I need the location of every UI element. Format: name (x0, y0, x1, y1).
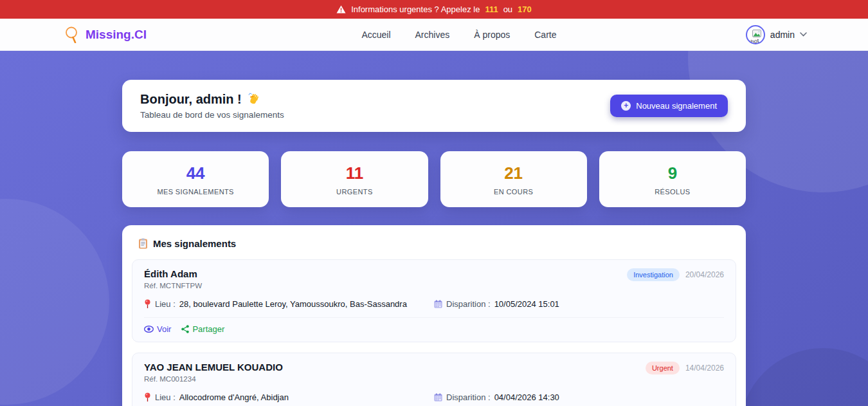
eye-icon (144, 326, 154, 333)
disappearance-value: 04/04/2026 14:30 (494, 392, 559, 402)
stat-value: 44 (186, 163, 205, 183)
status-badge: Urgent (646, 362, 680, 374)
report-ref: Réf. MC001234 (144, 375, 283, 383)
user-menu[interactable]: Phot admin (746, 25, 807, 44)
stat-label: URGENTS (336, 188, 373, 196)
report-card: YAO JEAN LEMUEL KOUADIO Réf. MC001234 Ur… (132, 353, 736, 406)
location-value: Allocodrome d'Angré, Abidjan (179, 392, 289, 402)
decorative-circle (0, 199, 109, 405)
banner-phone-2: 170 (518, 5, 532, 14)
waving-hand-icon (247, 93, 260, 106)
stat-card-urgents[interactable]: 11 URGENTS (281, 151, 428, 207)
main-header: Missing.CI Accueil Archives À propos Car… (0, 19, 868, 51)
location-detail: Lieu : 28, boulevard Paulette Leroy, Yam… (144, 299, 434, 309)
report-date: 14/04/2026 (685, 364, 724, 373)
location-label: Lieu : (155, 392, 176, 402)
report-date: 20/04/2026 (685, 270, 724, 279)
stat-card-mes-signalements[interactable]: 44 MES SIGNALEMENTS (122, 151, 269, 207)
welcome-title: Bonjour, admin ! (140, 92, 242, 107)
new-report-button[interactable]: + Nouveau signalement (610, 95, 728, 117)
broken-image-icon (752, 30, 761, 37)
location-value: 28, boulevard Paulette Leroy, Yamoussouk… (179, 299, 407, 309)
stats-row: 44 MES SIGNALEMENTS 11 URGENTS 21 EN COU… (122, 151, 746, 207)
disappearance-label: Disparition : (446, 299, 491, 309)
nav-accueil[interactable]: Accueil (361, 30, 390, 40)
chevron-down-icon (800, 32, 807, 37)
new-report-label: Nouveau signalement (636, 101, 717, 111)
disappearance-value: 10/05/2024 15:01 (494, 299, 559, 309)
stat-label: MES SIGNALEMENTS (157, 188, 233, 196)
disappearance-label: Disparition : (446, 392, 491, 402)
clipboard-icon (138, 238, 148, 249)
status-badge: Investigation (627, 268, 680, 281)
disappearance-detail: Disparition : 04/04/2026 14:30 (434, 392, 724, 402)
banner-text: Informations urgentes ? Appelez le (351, 5, 480, 14)
report-ref: Réf. MCTNFTPW (144, 282, 202, 290)
nav-carte[interactable]: Carte (534, 30, 556, 40)
welcome-subtitle: Tableau de bord de vos signalements (140, 110, 284, 120)
share-icon (181, 325, 189, 333)
view-link[interactable]: Voir (144, 324, 171, 334)
map-pin-icon (144, 299, 151, 309)
decorative-circle (739, 348, 868, 406)
warning-icon (336, 5, 346, 14)
stat-value: 21 (504, 163, 523, 183)
view-label: Voir (157, 324, 171, 334)
banner-conjunction: ou (503, 5, 512, 14)
stat-card-resolus[interactable]: 9 RÉSOLUS (599, 151, 746, 207)
brand-logo[interactable]: Missing.CI (64, 26, 147, 43)
banner-phone-1: 111 (485, 5, 498, 14)
location-label: Lieu : (155, 299, 176, 309)
main-nav: Accueil Archives À propos Carte (361, 30, 556, 40)
urgent-info-banner: Informations urgentes ? Appelez le 111 o… (0, 0, 868, 19)
stat-label: EN COURS (494, 188, 533, 196)
magnifier-logo-icon (64, 26, 80, 43)
location-detail: Lieu : Allocodrome d'Angré, Abidjan (144, 392, 434, 402)
report-card: Édith Adam Réf. MCTNFTPW Investigation 2… (132, 259, 736, 342)
avatar-alt-text: Phot (746, 37, 759, 44)
share-link[interactable]: Partager (181, 324, 224, 334)
plus-circle-icon: + (621, 101, 631, 111)
stat-value: 11 (346, 163, 364, 183)
dashboard-body: Bonjour, admin ! Tableau de bord de vos … (0, 51, 868, 406)
reports-panel: Mes signalements Édith Adam Réf. MCTNFTP… (122, 225, 746, 406)
disappearance-detail: Disparition : 10/05/2024 15:01 (434, 299, 724, 309)
nav-archives[interactable]: Archives (415, 30, 450, 40)
welcome-card: Bonjour, admin ! Tableau de bord de vos … (122, 80, 746, 132)
report-name: Édith Adam (144, 268, 202, 279)
stat-card-en-cours[interactable]: 21 EN COURS (440, 151, 587, 207)
stat-value: 9 (668, 163, 677, 183)
brand-name: Missing.CI (86, 28, 147, 42)
nav-a-propos[interactable]: À propos (474, 30, 510, 40)
calendar-icon (434, 300, 442, 308)
share-label: Partager (192, 324, 224, 334)
stat-label: RÉSOLUS (655, 188, 690, 196)
user-name: admin (770, 30, 795, 40)
report-name: YAO JEAN LEMUEL KOUADIO (144, 362, 283, 373)
reports-section-title: Mes signalements (153, 238, 236, 249)
avatar: Phot (746, 25, 765, 44)
calendar-icon (434, 393, 442, 401)
map-pin-icon (144, 392, 151, 402)
